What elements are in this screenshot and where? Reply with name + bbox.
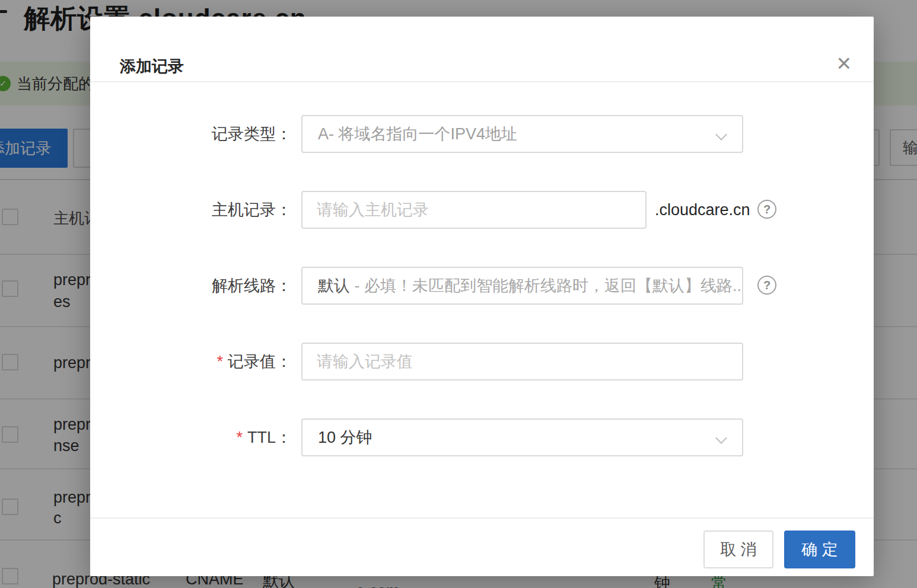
- modal-title: 添加记录: [120, 56, 184, 77]
- confirm-button[interactable]: 确 定: [784, 531, 855, 568]
- resolution-line-select[interactable]: 默认 - 必填！未匹配到智能解析线路时，返回【默认】线路...: [301, 267, 743, 305]
- record-type-row: 记录类型： A- 将域名指向一个IPV4地址: [90, 115, 874, 153]
- resolution-line-row: 解析线路： 默认 - 必填！未匹配到智能解析线路时，返回【默认】线路... ?: [90, 267, 874, 305]
- host-record-label: 主机记录：: [90, 191, 292, 229]
- domain-suffix: .cloudcare.cn: [655, 191, 750, 229]
- ttl-row: *TTL： 10 分钟: [90, 418, 874, 456]
- cancel-button[interactable]: 取 消: [703, 531, 773, 568]
- close-icon[interactable]: ×: [836, 51, 851, 76]
- resolution-line-hint: - 必填！未匹配到智能解析线路时，返回【默认】线路...: [350, 277, 743, 295]
- chevron-down-icon: [715, 432, 727, 444]
- modal-footer-divider: [90, 517, 874, 519]
- add-record-modal: 添加记录 × 记录类型： A- 将域名指向一个IPV4地址 主机记录： .clo…: [90, 17, 874, 576]
- ttl-label: *TTL：: [90, 418, 292, 456]
- resolution-line-value: 默认: [318, 277, 350, 295]
- ttl-select[interactable]: 10 分钟: [301, 418, 743, 456]
- record-value-input[interactable]: [301, 343, 743, 381]
- host-record-input[interactable]: [301, 191, 647, 229]
- resolution-line-label: 解析线路：: [90, 267, 292, 305]
- ttl-value: 10 分钟: [318, 429, 372, 446]
- help-icon[interactable]: ?: [757, 200, 776, 219]
- record-value-label: *记录值：: [90, 343, 292, 381]
- record-type-label: 记录类型：: [90, 115, 292, 153]
- record-type-select[interactable]: A- 将域名指向一个IPV4地址: [301, 115, 743, 153]
- required-mark: *: [236, 429, 243, 446]
- modal-header-divider: [90, 81, 874, 82]
- record-value-row: *记录值：: [90, 343, 874, 381]
- record-type-value: A- 将域名指向一个IPV4地址: [318, 125, 517, 143]
- help-icon[interactable]: ?: [757, 276, 776, 295]
- required-mark: *: [216, 353, 223, 370]
- host-record-row: 主机记录： .cloudcare.cn ?: [90, 191, 874, 229]
- chevron-down-icon: [715, 129, 727, 140]
